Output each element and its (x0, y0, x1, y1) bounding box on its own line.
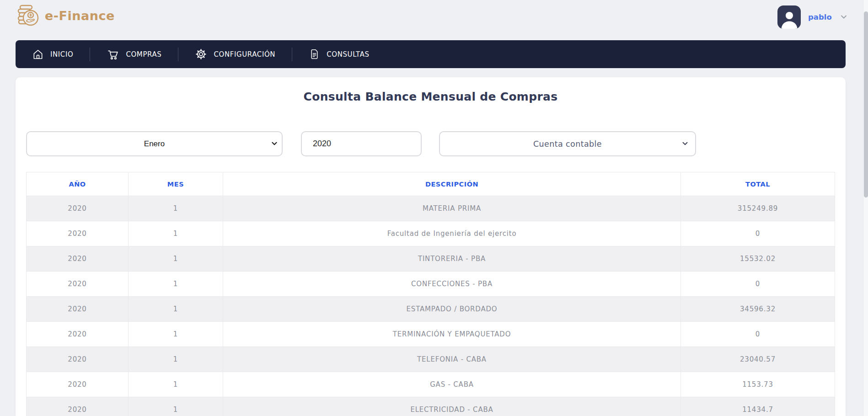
table-cell: 1 (129, 272, 223, 297)
table-cell: 0 (681, 272, 835, 297)
table-cell: 2020 (27, 322, 129, 347)
table-cell: 2020 (27, 221, 129, 246)
table-cell: 1153.73 (681, 372, 835, 397)
nav-divider (90, 48, 90, 61)
table-row: 20201MATERIA PRIMA315249.89 (27, 196, 835, 221)
table-cell: CONFECCIONES - PBA (223, 272, 681, 297)
table-cell: 1 (129, 297, 223, 322)
main-nav: INICIO COMPRAS CONFIGURACIÓN (16, 40, 846, 68)
brand-name: e-Finance (45, 9, 115, 23)
cart-icon (107, 48, 119, 61)
nav-label: COMPRAS (126, 50, 161, 59)
table-cell: ELECTRICIDAD - CABA (223, 397, 681, 416)
table-row: 20201TELEFONIA - CABA23040.57 (27, 347, 835, 372)
table-cell: 15532.02 (681, 246, 835, 272)
scrollbar-thumb[interactable] (864, 11, 868, 197)
col-header-total: TOTAL (681, 172, 835, 196)
table-cell: 23040.57 (681, 347, 835, 372)
nav-label: CONSULTAS (327, 50, 369, 59)
table-cell: MATERIA PRIMA (223, 196, 681, 221)
top-header: e-Finance pablo (0, 0, 868, 40)
user-name[interactable]: pablo (808, 13, 832, 21)
nav-divider (178, 48, 178, 61)
table-row: 20201Facultad de Ingeniería del ejercito… (27, 221, 835, 246)
content-card: Consulta Balance Mensual de Compras Ener… (16, 77, 846, 416)
table-cell: 0 (681, 322, 835, 347)
nav-item-compras[interactable]: COMPRAS (107, 48, 161, 61)
table-cell: Facultad de Ingeniería del ejercito (223, 221, 681, 246)
person-icon (779, 9, 799, 29)
table-row: 20201CONFECCIONES - PBA0 (27, 272, 835, 297)
table-cell: TELEFONIA - CABA (223, 347, 681, 372)
table-cell: 2020 (27, 347, 129, 372)
table-row: 20201TINTORERIA - PBA15532.02 (27, 246, 835, 272)
table-header-row: AÑO MES DESCRIPCIÓN TOTAL (27, 172, 835, 196)
page-title: Consulta Balance Mensual de Compras (16, 90, 846, 103)
nav-label: INICIO (50, 50, 73, 59)
table-cell: 11434.7 (681, 397, 835, 416)
table-body: 20201MATERIA PRIMA315249.8920201Facultad… (27, 196, 835, 416)
col-header-descripcion: DESCRIPCIÓN (223, 172, 681, 196)
table-row: 20201ELECTRICIDAD - CABA11434.7 (27, 397, 835, 416)
results-table: AÑO MES DESCRIPCIÓN TOTAL 20201MATERIA P… (26, 172, 835, 416)
year-input[interactable] (301, 131, 422, 156)
vertical-scrollbar[interactable] (863, 0, 868, 416)
table-cell: 2020 (27, 372, 129, 397)
month-select[interactable]: Enero (26, 131, 283, 156)
table-row: 20201ESTAMPADO / BORDADO34596.32 (27, 297, 835, 322)
table-cell: 2020 (27, 246, 129, 272)
table-cell: 1 (129, 372, 223, 397)
results-table-wrap: AÑO MES DESCRIPCIÓN TOTAL 20201MATERIA P… (26, 172, 835, 416)
table-cell: ESTAMPADO / BORDADO (223, 297, 681, 322)
table-cell: TINTORERIA - PBA (223, 246, 681, 272)
table-cell: 1 (129, 322, 223, 347)
table-cell: 34596.32 (681, 297, 835, 322)
nav-item-configuracion[interactable]: CONFIGURACIÓN (195, 48, 275, 60)
app-viewport: e-Finance pablo INICIO (0, 0, 868, 416)
table-cell: 1 (129, 221, 223, 246)
file-icon (309, 48, 320, 60)
coins-logo-icon (16, 4, 40, 27)
table-cell: 1 (129, 246, 223, 272)
avatar[interactable] (777, 5, 801, 29)
chevron-down-icon[interactable] (839, 12, 848, 21)
table-cell: 1 (129, 397, 223, 416)
table-cell: 2020 (27, 397, 129, 416)
table-cell: GAS - CABA (223, 372, 681, 397)
table-cell: 2020 (27, 297, 129, 322)
gear-icon (195, 48, 207, 60)
nav-label: CONFIGURACIÓN (214, 50, 275, 59)
table-row: 20201TERMINACIÓN Y EMPAQUETADO0 (27, 322, 835, 347)
col-header-mes: MES (129, 172, 223, 196)
table-row: 20201GAS - CABA1153.73 (27, 372, 835, 397)
table-cell: TERMINACIÓN Y EMPAQUETADO (223, 322, 681, 347)
col-header-anio: AÑO (27, 172, 129, 196)
nav-divider (292, 48, 292, 61)
table-cell: 2020 (27, 196, 129, 221)
brand[interactable]: e-Finance (16, 4, 115, 27)
user-menu[interactable]: pablo (777, 5, 848, 29)
account-select[interactable]: Cuenta contable (439, 131, 696, 156)
table-cell: 0 (681, 221, 835, 246)
table-cell: 1 (129, 347, 223, 372)
table-cell: 1 (129, 196, 223, 221)
nav-item-consultas[interactable]: CONSULTAS (309, 48, 369, 60)
home-icon (32, 48, 44, 60)
table-cell: 2020 (27, 272, 129, 297)
table-cell: 315249.89 (681, 196, 835, 221)
nav-item-inicio[interactable]: INICIO (32, 48, 73, 60)
